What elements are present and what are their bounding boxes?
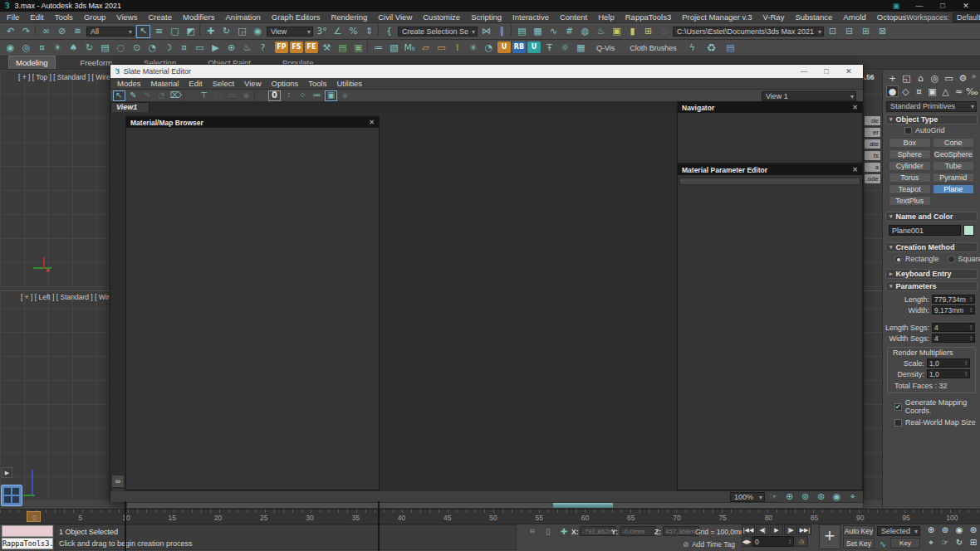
unlink-icon[interactable]: ⊘ xyxy=(55,25,69,38)
object-type-button[interactable]: Box xyxy=(889,138,931,148)
object-type-button[interactable]: Cylinder xyxy=(889,161,931,171)
project-path-dropdown[interactable]: C:\Users\Estet\Documents\3ds Max 2021 xyxy=(673,27,824,37)
viewport-layout-tab[interactable] xyxy=(1,485,22,506)
fan-icon[interactable]: ✳ xyxy=(466,41,480,55)
menu-item[interactable]: Arnold xyxy=(843,12,865,22)
width-segs-field[interactable]: 4↕ xyxy=(932,334,975,343)
doc-list-icon[interactable]: ▤ xyxy=(723,41,737,55)
sme-menu-item[interactable]: Edit xyxy=(189,79,202,88)
select-object-icon[interactable]: ↖ xyxy=(136,25,150,38)
save-increment-icon[interactable]: ⊞ xyxy=(859,25,873,38)
motion-tab-icon[interactable]: ◎ xyxy=(929,72,941,84)
render-production-icon[interactable]: ▮ xyxy=(625,25,639,38)
material-map-browser-header[interactable]: Material/Map Browser ✕ xyxy=(126,117,379,128)
square-radio[interactable] xyxy=(948,256,955,263)
close-button[interactable]: ✕ xyxy=(957,2,975,10)
sme-menu-item[interactable]: Material xyxy=(151,79,179,88)
length-field[interactable]: 779,734m↕ xyxy=(932,295,975,304)
separator[interactable] xyxy=(35,25,37,35)
backlight-icon[interactable]: 0 xyxy=(268,90,281,101)
forestselect-icon[interactable]: FS xyxy=(290,41,303,53)
rotate-icon[interactable]: ↻ xyxy=(219,25,233,38)
separator[interactable] xyxy=(378,25,380,35)
z-coordinate-field[interactable]: 457,368m xyxy=(663,526,699,536)
teapot-outline-icon[interactable]: ♨ xyxy=(657,25,671,38)
menu-item[interactable]: V-Ray xyxy=(763,12,785,22)
creation-method-rollout[interactable]: ▾ Creation Method xyxy=(885,242,978,252)
play-frame-icon[interactable]: ▶ xyxy=(208,41,223,55)
sme-minimize-button[interactable]: — xyxy=(795,67,813,76)
qvis-button[interactable]: Q-Vis xyxy=(596,44,615,52)
sme-binoculars-icon[interactable]: ∞ xyxy=(111,475,125,488)
rappatools-swatch[interactable] xyxy=(2,525,53,537)
modify-tab-icon[interactable]: ◱ xyxy=(900,72,913,84)
utilities-tab-icon[interactable]: ⚙ xyxy=(957,72,969,84)
pick-material-icon[interactable]: ✎ xyxy=(127,90,140,101)
object-type-button[interactable]: TextPlus xyxy=(889,196,931,206)
zoom-extents-all-icon[interactable]: ⊛ xyxy=(967,524,980,536)
delete-selected-icon[interactable]: ⌦ xyxy=(169,90,182,101)
stack-icon[interactable]: ◔ xyxy=(145,41,159,55)
navigator-header[interactable]: Navigator ✕ xyxy=(678,102,862,113)
spinner-icon[interactable]: ↕ xyxy=(964,370,968,378)
material-editor-icon[interactable]: ◍ xyxy=(578,25,592,38)
select-tool-icon[interactable]: ↖ xyxy=(113,90,125,101)
pan-icon[interactable]: ☞ xyxy=(938,537,952,549)
shapes-cat-icon[interactable]: ◇ xyxy=(899,85,912,97)
scale-icon[interactable]: ◲ xyxy=(235,25,249,38)
zoom-icon[interactable]: ⊕ xyxy=(924,524,938,536)
panel-close-icon[interactable]: ✕ xyxy=(852,104,858,111)
panel-close-icon[interactable]: ✕ xyxy=(369,119,375,126)
current-frame-field[interactable]: 0↕ xyxy=(752,536,794,547)
mapping-coords-checkbox[interactable]: ✔ xyxy=(894,403,902,411)
real-world-checkbox[interactable] xyxy=(894,419,902,427)
menu-item[interactable]: Views xyxy=(116,12,137,22)
primitive-category-dropdown[interactable]: Standard Primitives xyxy=(886,101,977,112)
show-shaded-icon[interactable]: ▭ xyxy=(226,90,238,101)
rendered-frame-icon[interactable]: ▣ xyxy=(610,25,624,38)
assign-to-selection-icon[interactable]: ◔ xyxy=(155,90,168,101)
zoom-extents-icon[interactable]: ◉ xyxy=(953,524,966,536)
checklist-icon[interactable]: ≔ xyxy=(371,41,385,55)
notes-icon[interactable]: ▤ xyxy=(98,41,112,55)
mk-icon[interactable]: Mₖ xyxy=(403,41,417,55)
lightning-icon[interactable]: ϟ xyxy=(685,41,699,55)
helpers-cat-icon[interactable]: △ xyxy=(939,85,952,97)
time-configuration-icon[interactable]: ◷ xyxy=(795,536,808,547)
separator[interactable] xyxy=(511,25,513,35)
menu-item[interactable]: Customize xyxy=(423,12,460,22)
menu-item[interactable]: Interactive xyxy=(512,12,549,22)
tree-icon[interactable]: ♠ xyxy=(66,41,81,55)
place-icon[interactable]: ◉ xyxy=(251,25,265,38)
timeline-ruler[interactable]: 0510152025303540455055606570758085909510… xyxy=(0,509,980,524)
u-arrow-icon[interactable]: U xyxy=(527,41,541,53)
menu-item[interactable]: Rendering xyxy=(331,12,367,22)
jackhammer-icon[interactable]: Ŧ xyxy=(542,41,556,55)
green-list-icon[interactable]: ▤ xyxy=(336,41,350,55)
mirror-icon[interactable]: ⋈ xyxy=(479,25,493,38)
parameters-rollout[interactable]: ▾ Parameters xyxy=(885,281,978,291)
maximize-button[interactable]: □ xyxy=(933,2,952,10)
menu-item[interactable]: Scripting xyxy=(471,12,502,22)
layer-flyout-button[interactable]: ▶ xyxy=(2,467,12,478)
material-parameter-editor-header[interactable]: Material Parameter Editor ✕ xyxy=(678,164,862,175)
orbit-icon[interactable]: ↻ xyxy=(953,537,966,549)
menu-item[interactable]: Graph Editors xyxy=(272,12,321,22)
spinner-icon[interactable]: ↕ xyxy=(964,359,968,367)
put-to-library-icon[interactable]: ✎ xyxy=(141,90,154,101)
menu-item[interactable]: Modifiers xyxy=(183,12,215,22)
bind-spacewarp-icon[interactable]: ≋ xyxy=(71,25,85,38)
panel-close-icon[interactable]: ✕ xyxy=(852,166,858,173)
named-sets-icon[interactable]: { xyxy=(382,25,396,38)
set-keys-button[interactable]: + xyxy=(819,524,840,549)
teapot-icon[interactable]: ♨ xyxy=(240,41,254,55)
cameras-cat-icon[interactable]: ▣ xyxy=(926,85,938,97)
object-type-button[interactable]: Tube xyxy=(933,161,975,171)
render-elements-icon[interactable]: ▧ xyxy=(387,41,401,55)
sme-zoom-dropdown[interactable]: 100% xyxy=(730,492,765,502)
hierarchy-tab-icon[interactable]: ⌂ xyxy=(914,72,927,84)
sample-type-icon[interactable]: ∶ xyxy=(282,90,295,101)
menu-item[interactable]: Content xyxy=(560,12,587,22)
menu-item[interactable]: Civil View xyxy=(378,12,412,22)
ref-coordinate-dropdown[interactable]: View xyxy=(267,27,313,37)
